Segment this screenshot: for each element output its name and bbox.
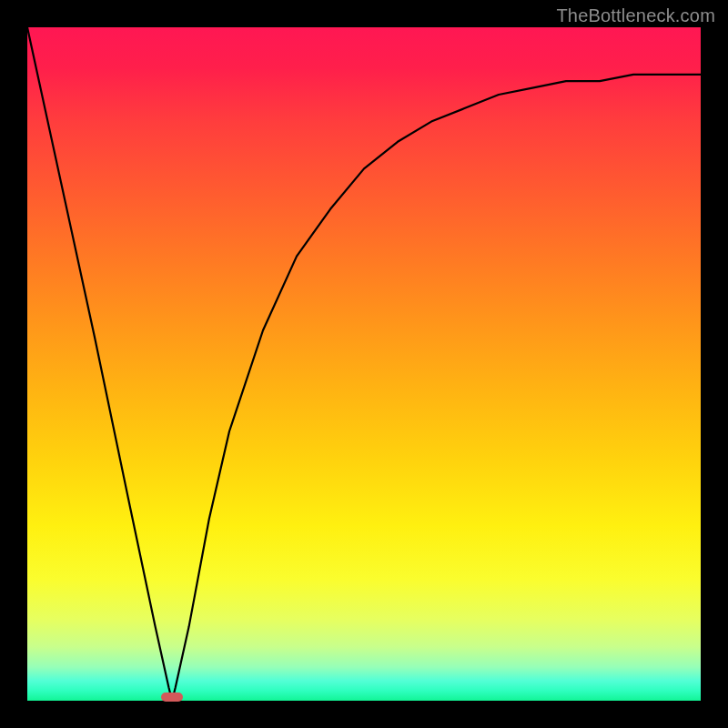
bottleneck-curve (27, 27, 701, 701)
watermark-text: TheBottleneck.com (556, 5, 715, 26)
chart-frame: TheBottleneck.com (0, 0, 728, 728)
optimum-marker (161, 693, 183, 702)
curve-svg (27, 27, 701, 701)
plot-area (27, 27, 701, 701)
